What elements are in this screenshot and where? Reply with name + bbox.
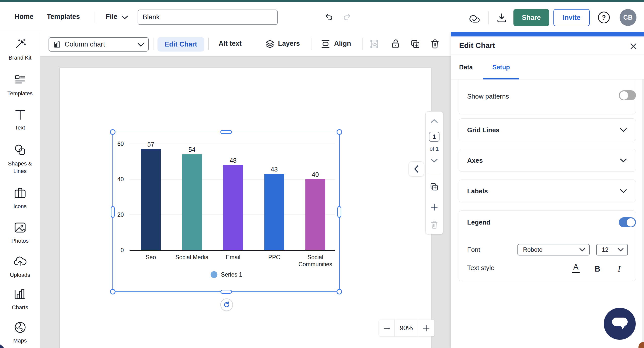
layers-button[interactable]: Layers — [278, 40, 300, 48]
collapse-panel-button[interactable] — [409, 161, 424, 177]
sidebar-item-label: Maps — [13, 337, 27, 344]
resize-handle-bottom-left[interactable] — [110, 289, 115, 294]
grid-lines-card[interactable]: Grid Lines — [459, 118, 636, 141]
sidebar-item-brand-kit[interactable]: Brand Kit — [0, 37, 40, 62]
corner-peek-element — [638, 342, 644, 348]
chart-bar-value-label: 43 — [271, 166, 278, 173]
edit-chart-panel: Edit Chart Data Setup Show patterns Grid… — [451, 32, 644, 348]
axes-chevron-icon[interactable] — [620, 158, 627, 163]
top-brand-strip — [0, 0, 644, 2]
invite-button[interactable]: Invite — [553, 9, 590, 26]
sidebar-item-shapes-lines[interactable]: Shapes & Lines — [0, 143, 40, 175]
chart-bar[interactable] — [182, 154, 202, 250]
chart-type-value: Column chart — [65, 40, 105, 48]
chat-widget-button[interactable] — [604, 308, 636, 340]
sidebar-item-charts[interactable]: Charts — [0, 288, 40, 311]
header-divider-2 — [488, 11, 489, 24]
tab-data[interactable]: Data — [459, 55, 473, 79]
resize-handle-right[interactable] — [337, 206, 341, 218]
zoom-out-button[interactable] — [379, 320, 395, 336]
font-size-value: 12 — [602, 246, 609, 253]
zoom-control: 90% — [379, 320, 434, 336]
group-select-icon[interactable] — [370, 40, 379, 48]
toolbar-divider — [153, 38, 153, 50]
underline-style-button[interactable]: A — [572, 263, 580, 273]
chart-bar-value-label: 40 — [312, 171, 319, 178]
labels-card[interactable]: Labels — [459, 180, 636, 202]
grid-lines-chevron-icon[interactable] — [620, 128, 627, 133]
delete-page-icon[interactable] — [431, 221, 438, 229]
chart-bar[interactable] — [305, 179, 325, 250]
redo-icon[interactable] — [343, 13, 351, 21]
duplicate-page-icon[interactable] — [430, 183, 438, 191]
resize-handle-bottom-right[interactable] — [337, 289, 342, 294]
app-root: Home Templates File Share Invite ? CB — [0, 0, 644, 348]
show-patterns-toggle[interactable] — [619, 90, 636, 100]
column-chart-object[interactable]: 020406057Seo54Social Media48Email43PPC40… — [40, 56, 451, 348]
axes-card[interactable]: Axes — [459, 149, 636, 172]
object-toolbar: Column chart Edit Chart Alt text Layers … — [40, 32, 451, 56]
legend-toggle[interactable] — [619, 217, 636, 227]
alt-text-button[interactable]: Alt text — [219, 40, 242, 48]
home-link[interactable]: Home — [15, 12, 33, 21]
duplicate-icon[interactable] — [411, 39, 420, 49]
labels-chevron-icon[interactable] — [620, 189, 627, 194]
magic-wand-icon — [13, 37, 27, 51]
chart-category-label: Social Communities — [294, 254, 337, 268]
font-size-select[interactable]: 12 — [596, 244, 628, 255]
page-number-box[interactable]: 1 — [429, 132, 439, 142]
sidebar-item-text[interactable]: Text — [0, 108, 40, 132]
align-icon[interactable] — [321, 40, 330, 48]
sidebar-item-templates[interactable]: Templates — [0, 73, 40, 97]
download-icon[interactable] — [497, 13, 506, 23]
share-button[interactable]: Share — [513, 9, 549, 26]
close-panel-icon[interactable] — [630, 42, 637, 50]
chart-bar[interactable] — [264, 174, 284, 250]
picture-icon — [14, 221, 27, 234]
font-family-select[interactable]: Roboto — [517, 244, 590, 255]
panel-scrollbar-track[interactable] — [642, 79, 644, 348]
trash-icon[interactable] — [431, 39, 439, 49]
bold-style-button[interactable]: B — [595, 265, 600, 274]
undo-icon[interactable] — [325, 13, 333, 21]
sidebar-item-photos[interactable]: Photos — [0, 221, 40, 245]
help-question-icon: ? — [602, 14, 606, 21]
letter-t-icon — [14, 108, 26, 121]
resize-handle-top-left[interactable] — [110, 129, 115, 135]
sidebar-item-icons[interactable]: Icons — [0, 187, 40, 210]
file-menu-button[interactable]: File — [106, 12, 117, 21]
tab-setup[interactable]: Setup — [483, 55, 519, 79]
lock-icon[interactable] — [391, 39, 399, 49]
sidebar-item-label: Templates — [7, 90, 32, 97]
chart-bar[interactable] — [223, 165, 243, 250]
page-down-icon[interactable] — [430, 158, 438, 163]
file-chevron-down-icon[interactable] — [121, 15, 128, 20]
page-up-icon[interactable] — [430, 119, 438, 123]
sidebar-item-label: Shapes & Lines — [5, 160, 35, 175]
cloud-sync-icon[interactable] — [469, 13, 480, 23]
chart-bar[interactable] — [141, 149, 161, 250]
template-layout-icon — [13, 73, 27, 87]
rotate-handle[interactable] — [220, 298, 233, 311]
layers-icon[interactable] — [265, 39, 275, 49]
align-button[interactable]: Align — [334, 40, 351, 48]
chart-category-label: PPC — [253, 254, 296, 261]
edit-chart-button[interactable]: Edit Chart — [157, 37, 204, 52]
italic-style-button[interactable]: I — [618, 265, 620, 274]
avatar[interactable]: CB — [620, 9, 636, 26]
circle-square-icon — [13, 143, 27, 157]
sidebar-item-maps[interactable]: Maps — [0, 321, 40, 344]
zoom-in-button[interactable] — [418, 320, 434, 336]
sidebar-item-uploads[interactable]: Uploads — [0, 254, 40, 279]
document-title-input[interactable] — [138, 10, 278, 25]
resize-handle-left[interactable] — [111, 206, 115, 218]
show-patterns-label: Show patterns — [467, 93, 509, 100]
resize-handle-bottom[interactable] — [220, 290, 232, 294]
help-button[interactable]: ? — [598, 12, 610, 23]
resize-handle-top-right[interactable] — [337, 129, 342, 135]
chart-type-select[interactable]: Column chart — [49, 37, 149, 52]
add-page-icon[interactable] — [431, 204, 438, 211]
resize-handle-top[interactable] — [220, 130, 232, 134]
grid-lines-label: Grid Lines — [467, 126, 500, 134]
templates-link[interactable]: Templates — [47, 12, 80, 21]
